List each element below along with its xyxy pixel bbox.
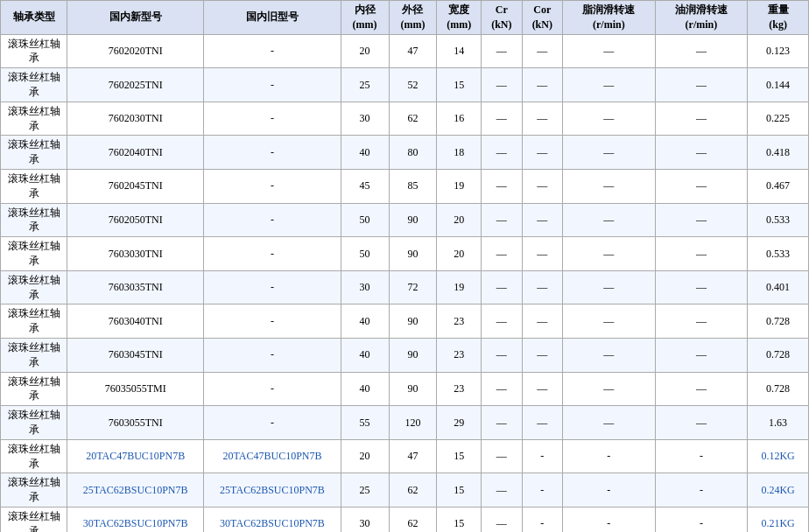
cell-r7-c8: —: [563, 270, 656, 304]
cell-r6-c2: -: [204, 237, 341, 271]
cell-r14-c1: 30TAC62BSUC10PN7B: [67, 507, 204, 532]
cell-r11-c4: 120: [389, 406, 437, 440]
cell-r6-c3: 50: [341, 237, 389, 271]
cell-r11-c10: 1.63: [748, 406, 809, 440]
cell-r5-c4: 90: [389, 203, 437, 237]
cell-r14-c0: 滚珠丝杠轴承: [1, 507, 67, 532]
cell-r8-c0: 滚珠丝杠轴承: [1, 304, 67, 339]
cell-r1-c3: 25: [341, 68, 389, 102]
cell-r2-c8: —: [563, 102, 656, 136]
cell-r2-c10: 0.225: [748, 102, 809, 136]
column-header-2: 国内旧型号: [204, 1, 341, 35]
cell-r0-c2: -: [204, 34, 341, 68]
cell-r10-c9: —: [655, 372, 748, 406]
cell-r11-c9: —: [655, 406, 748, 440]
table-row: 滚珠丝杠轴承76035055TMI-409023————0.728: [1, 372, 809, 406]
cell-r0-c6: —: [482, 34, 522, 68]
cell-r0-c8: —: [563, 34, 656, 68]
cell-r8-c6: —: [482, 304, 522, 339]
cell-r1-c1: 7602025TNI: [67, 68, 204, 102]
cell-r4-c8: —: [563, 169, 656, 203]
cell-r3-c3: 40: [341, 136, 389, 170]
cell-r0-c10: 0.123: [748, 34, 809, 68]
cell-r3-c5: 18: [437, 136, 482, 170]
cell-r1-c6: —: [482, 68, 522, 102]
cell-r2-c7: —: [522, 102, 562, 136]
cell-r4-c4: 85: [389, 169, 437, 203]
cell-r3-c9: —: [655, 136, 748, 170]
cell-r8-c10: 0.728: [748, 304, 809, 339]
cell-r9-c9: —: [655, 338, 748, 372]
cell-r0-c3: 20: [341, 34, 389, 68]
cell-r1-c9: —: [655, 68, 748, 102]
cell-r14-c5: 15: [437, 507, 482, 532]
cell-r5-c0: 滚珠丝杠轴承: [1, 203, 67, 237]
cell-r13-c2: 25TAC62BSUC10PN7B: [204, 473, 341, 508]
cell-r13-c7: -: [522, 473, 562, 508]
cell-r12-c3: 20: [341, 439, 389, 473]
cell-r0-c9: —: [655, 34, 748, 68]
cell-r12-c1: 20TAC47BUC10PN7B: [67, 439, 204, 473]
cell-r12-c0: 滚珠丝杠轴承: [1, 439, 67, 473]
cell-r10-c2: -: [204, 372, 341, 406]
cell-r9-c10: 0.728: [748, 338, 809, 372]
cell-r5-c6: —: [482, 203, 522, 237]
cell-r4-c0: 滚珠丝杠轴承: [1, 169, 67, 203]
column-header-0: 轴承类型: [1, 1, 67, 35]
cell-r12-c8: -: [563, 439, 656, 473]
cell-r8-c2: -: [204, 304, 341, 339]
cell-r11-c2: -: [204, 406, 341, 440]
cell-r12-c2: 20TAC47BUC10PN7B: [204, 439, 341, 473]
cell-r7-c1: 7603035TNI: [67, 270, 204, 304]
cell-r6-c7: —: [522, 237, 562, 271]
cell-r5-c3: 50: [341, 203, 389, 237]
cell-r13-c4: 62: [389, 473, 437, 508]
cell-r9-c0: 滚珠丝杠轴承: [1, 338, 67, 372]
cell-r7-c2: -: [204, 270, 341, 304]
cell-r14-c4: 62: [389, 507, 437, 532]
cell-r6-c8: —: [563, 237, 656, 271]
cell-r4-c10: 0.467: [748, 169, 809, 203]
table-row: 滚珠丝杠轴承7603055TNI-5512029————1.63: [1, 406, 809, 440]
cell-r10-c10: 0.728: [748, 372, 809, 406]
column-header-5: 宽度 (mm): [437, 1, 482, 35]
cell-r5-c5: 20: [437, 203, 482, 237]
cell-r12-c4: 47: [389, 439, 437, 473]
table-row: 滚珠丝杠轴承7603045TNI-409023————0.728: [1, 338, 809, 372]
cell-r6-c5: 20: [437, 237, 482, 271]
cell-r7-c6: —: [482, 270, 522, 304]
cell-r10-c8: —: [563, 372, 656, 406]
cell-r9-c2: -: [204, 338, 341, 372]
table-row: 滚珠丝杠轴承7602020TNI-204714————0.123: [1, 34, 809, 68]
cell-r7-c5: 19: [437, 270, 482, 304]
cell-r10-c1: 76035055TMI: [67, 372, 204, 406]
cell-r8-c3: 40: [341, 304, 389, 339]
cell-r0-c0: 滚珠丝杠轴承: [1, 34, 67, 68]
cell-r7-c4: 72: [389, 270, 437, 304]
cell-r1-c8: —: [563, 68, 656, 102]
cell-r14-c6: —: [482, 507, 522, 532]
cell-r12-c9: -: [655, 439, 748, 473]
cell-r2-c4: 62: [389, 102, 437, 136]
cell-r13-c9: -: [655, 473, 748, 508]
cell-r4-c7: —: [522, 169, 562, 203]
cell-r2-c0: 滚珠丝杠轴承: [1, 102, 67, 136]
cell-r11-c1: 7603055TNI: [67, 406, 204, 440]
cell-r2-c9: —: [655, 102, 748, 136]
cell-r4-c9: —: [655, 169, 748, 203]
cell-r1-c4: 52: [389, 68, 437, 102]
cell-r14-c8: -: [563, 507, 656, 532]
cell-r0-c5: 14: [437, 34, 482, 68]
table-row: 滚珠丝杠轴承7602030TNI-306216————0.225: [1, 102, 809, 136]
cell-r3-c7: —: [522, 136, 562, 170]
cell-r1-c0: 滚珠丝杠轴承: [1, 68, 67, 102]
cell-r3-c6: —: [482, 136, 522, 170]
cell-r4-c2: -: [204, 169, 341, 203]
cell-r9-c6: —: [482, 338, 522, 372]
cell-r8-c9: —: [655, 304, 748, 339]
table-row: 滚珠丝杠轴承7603030TNI-509020————0.533: [1, 237, 809, 271]
cell-r10-c4: 90: [389, 372, 437, 406]
cell-r4-c6: —: [482, 169, 522, 203]
table-row: 滚珠丝杠轴承7602040TNI-408018————0.418: [1, 136, 809, 170]
table-row: 滚珠丝杠轴承7602050TNI-509020————0.533: [1, 203, 809, 237]
